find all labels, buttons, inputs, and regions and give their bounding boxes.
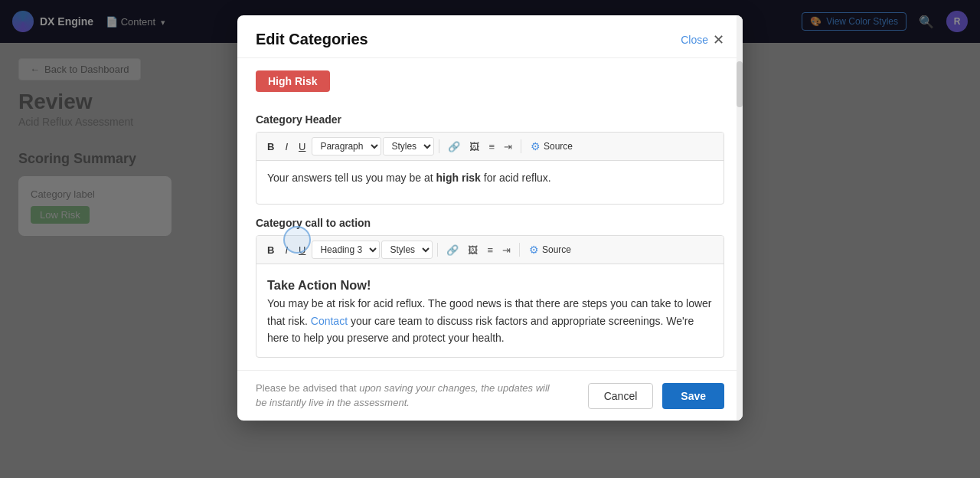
category-header-editor: B I U Paragraph Styles 🔗 🖼 ≡ ⇥ [256, 132, 724, 205]
source-icon-2: ⚙ [529, 244, 539, 256]
bold-button-1[interactable]: B [263, 139, 279, 155]
source-button-1[interactable]: ⚙ Source [526, 138, 577, 155]
link-icon-2[interactable]: 🔗 [443, 242, 462, 258]
underline-button-2[interactable]: U [294, 242, 310, 258]
image-icon-1[interactable]: 🖼 [466, 139, 483, 155]
toolbar-1: B I U Paragraph Styles 🔗 🖼 ≡ ⇥ [256, 133, 724, 161]
close-x-icon: ✕ [713, 31, 724, 48]
paragraph-select-1[interactable]: Paragraph [312, 137, 381, 156]
category-cta-editor: B I U Heading 3 Styles 🔗 🖼 ≡ ⇥ [256, 235, 724, 358]
modal-scrollbar-track[interactable] [737, 15, 743, 421]
bold-button-2[interactable]: B [263, 242, 279, 258]
list-icon-2[interactable]: ≡ [483, 242, 497, 258]
source-label-1: Source [544, 141, 573, 152]
link-icon-1[interactable]: 🔗 [444, 139, 464, 155]
header-text-bold: high risk [436, 172, 481, 184]
high-risk-badge: High Risk [256, 70, 330, 92]
cta-contact-link[interactable]: Contact [311, 315, 348, 327]
edit-categories-modal: Edit Categories Close ✕ High Risk Catego… [237, 15, 743, 421]
image-icon-2[interactable]: 🖼 [464, 242, 482, 258]
list-icon-1[interactable]: ≡ [485, 139, 498, 155]
modal-header: Edit Categories Close ✕ [237, 15, 743, 58]
category-header-content[interactable]: Your answers tell us you may be at high … [256, 161, 724, 204]
indent-icon-1[interactable]: ⇥ [500, 139, 516, 155]
italic-button-1[interactable]: I [280, 139, 292, 155]
heading-select-2[interactable]: Heading 3 [312, 241, 380, 259]
source-button-2[interactable]: ⚙ Source [524, 241, 576, 258]
modal-title: Edit Categories [256, 31, 368, 48]
toolbar-divider-4 [519, 243, 520, 257]
styles-select-2[interactable]: Styles [381, 241, 433, 259]
toolbar-divider-3 [437, 243, 438, 257]
underline-button-1[interactable]: U [294, 139, 310, 155]
cta-heading: Take Action Now! [267, 275, 713, 295]
close-label: Close [681, 34, 708, 46]
footer-buttons: Cancel Save [588, 383, 724, 409]
cancel-button[interactable]: Cancel [588, 383, 654, 409]
indent-icon-2[interactable]: ⇥ [498, 242, 514, 258]
save-button[interactable]: Save [662, 383, 724, 409]
toolbar-divider-1 [439, 139, 439, 153]
header-text-end: for acid reflux. [481, 172, 551, 184]
styles-select-1[interactable]: Styles [383, 137, 434, 156]
source-icon-1: ⚙ [531, 140, 541, 152]
category-cta-label: Category call to action [256, 217, 724, 229]
modal-scrollbar-thumb[interactable] [737, 61, 743, 107]
category-cta-content[interactable]: Take Action Now! You may be at risk for … [256, 264, 724, 357]
modal-close-button[interactable]: Close ✕ [681, 31, 724, 48]
footer-note: Please be advised that upon saving your … [256, 381, 562, 409]
modal-overlay: Edit Categories Close ✕ High Risk Catego… [0, 0, 980, 478]
source-label-2: Source [542, 244, 571, 255]
cta-paragraph: You may be at risk for acid reflux. The … [267, 295, 713, 346]
modal-body: High Risk Category Header B I U Paragrap… [237, 58, 743, 370]
category-header-label: Category Header [256, 113, 724, 126]
toolbar-2: B I U Heading 3 Styles 🔗 🖼 ≡ ⇥ [256, 236, 724, 264]
header-text-start: Your answers tell us you may be at [267, 172, 436, 184]
toolbar-divider-2 [521, 139, 521, 153]
italic-button-2[interactable]: I [280, 242, 292, 258]
modal-footer: Please be advised that upon saving your … [237, 370, 743, 420]
